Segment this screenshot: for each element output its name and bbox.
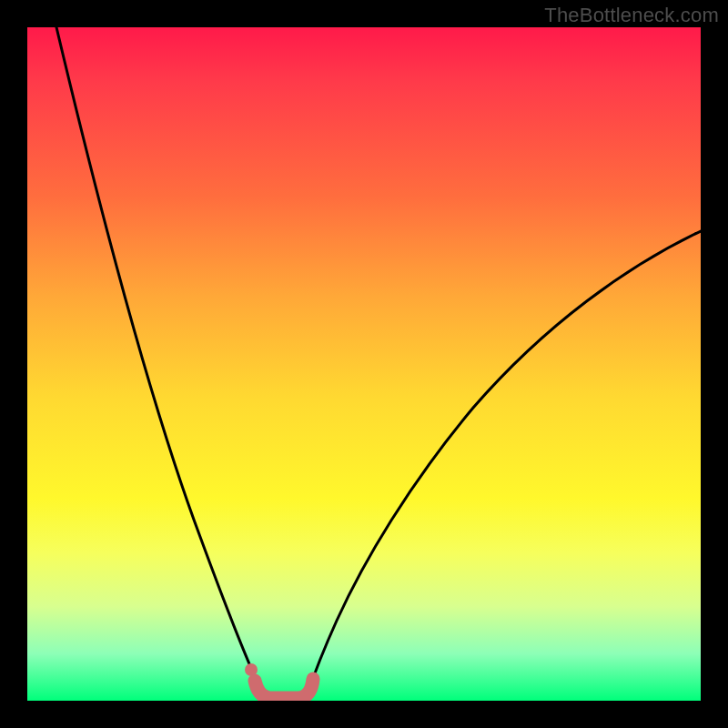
bottom-blob (255, 679, 313, 698)
right-curve (307, 231, 701, 696)
left-curve (56, 27, 263, 696)
chart-frame: TheBottleneck.com (0, 0, 728, 728)
chart-svg (27, 27, 701, 701)
plot-area (27, 27, 701, 701)
watermark-text: TheBottleneck.com (544, 4, 719, 27)
